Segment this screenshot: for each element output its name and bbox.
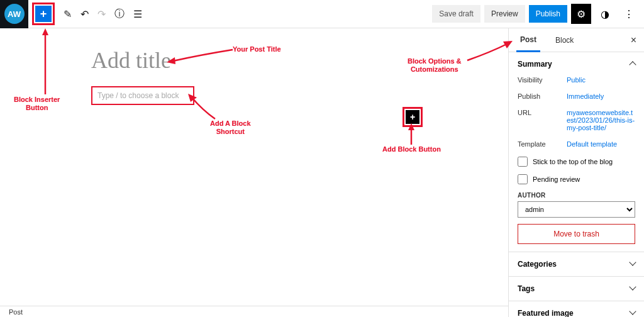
toolbar-actions: Save draft Preview Publish ⚙ ◑ ⋮ (432, 4, 644, 24)
block-inserter-button[interactable]: + (35, 6, 52, 22)
redo-icon[interactable]: ↷ (97, 8, 106, 20)
anno-title: Your Post Title (233, 45, 281, 53)
svg-marker-3 (408, 123, 414, 130)
url-value[interactable]: myawesomewebsite.test/2023/01/26/this-is… (567, 109, 635, 131)
author-select[interactable]: admin (518, 201, 635, 218)
svg-marker-1 (167, 57, 175, 64)
summary-title: Summary (518, 60, 552, 69)
chevron-down-icon (630, 260, 635, 269)
tags-panel: Tags (509, 277, 644, 301)
categories-title: Categories (518, 260, 557, 269)
summary-panel: Summary Visibility Public Publish Immedi… (509, 52, 644, 252)
summary-header[interactable]: Summary (509, 52, 644, 76)
visibility-value[interactable]: Public (567, 76, 635, 84)
block-placeholder[interactable]: Type / to choose a block (97, 91, 188, 100)
url-label: URL (518, 109, 567, 116)
logo-text: AW (4, 4, 25, 24)
stick-top-checkbox[interactable] (518, 157, 528, 167)
settings-sidebar: Post Block × Summary Visibility Public P… (508, 28, 644, 317)
template-label: Template (518, 140, 567, 148)
publish-label: Publish (518, 92, 567, 100)
edit-icon[interactable]: ✎ (64, 8, 72, 20)
anno-add-block: Add Block Button (382, 145, 441, 153)
breadcrumb: Post (0, 306, 508, 317)
arrow-icon (465, 40, 513, 64)
pending-review-checkbox[interactable] (518, 174, 528, 184)
block-inserter-highlight: + (32, 3, 55, 25)
settings-button[interactable]: ⚙ (571, 4, 591, 24)
categories-panel: Categories (509, 252, 644, 277)
outline-icon[interactable]: ☰ (133, 8, 142, 20)
anno-block-options: Block Options & Cutomizations (408, 57, 462, 73)
top-toolbar: AW + ✎ ↶ ↷ ⓘ ☰ Save draft Preview Publis… (0, 0, 644, 28)
chevron-up-icon (630, 60, 635, 69)
template-value[interactable]: Default template (567, 140, 635, 148)
block-shortcut-highlight: Type / to choose a block (91, 86, 194, 105)
pending-review-label: Pending review (533, 175, 580, 183)
visibility-label: Visibility (518, 76, 567, 84)
save-draft-button[interactable]: Save draft (432, 5, 480, 23)
author-label: AUTHOR (518, 192, 635, 199)
preview-button[interactable]: Preview (484, 5, 525, 23)
site-logo[interactable]: AW (0, 0, 28, 28)
sidebar-tabs: Post Block × (509, 28, 644, 52)
featured-image-title: Featured image (518, 309, 574, 317)
footer-text[interactable]: Post (9, 308, 23, 316)
tags-header[interactable]: Tags (509, 277, 644, 301)
featured-image-panel: Featured image (509, 301, 644, 317)
move-to-trash-button[interactable]: Move to trash (518, 224, 635, 244)
arrow-icon (167, 48, 233, 64)
chevron-down-icon (630, 284, 635, 293)
edit-tools: ✎ ↶ ↷ ⓘ ☰ (64, 8, 142, 21)
stick-top-label: Stick to the top of the blog (533, 158, 613, 165)
info-icon[interactable]: ⓘ (114, 8, 125, 21)
add-block-button[interactable]: + (406, 110, 419, 124)
more-options-icon[interactable]: ⋮ (619, 4, 639, 24)
arrow-icon (187, 92, 218, 121)
anno-block-inserter: Block Inserter Button (14, 96, 60, 111)
tags-title: Tags (518, 284, 535, 293)
close-icon[interactable]: × (631, 35, 636, 46)
publish-button[interactable]: Publish (529, 5, 567, 23)
tab-post[interactable]: Post (516, 29, 540, 52)
categories-header[interactable]: Categories (509, 252, 644, 276)
featured-image-header[interactable]: Featured image (509, 301, 644, 317)
anno-shortcut: Add A Block Shortcut (210, 120, 251, 135)
arrow-icon (408, 123, 415, 145)
svg-marker-0 (42, 28, 48, 35)
chevron-down-icon (630, 309, 635, 317)
undo-icon[interactable]: ↶ (80, 8, 89, 20)
tab-block[interactable]: Block (552, 28, 577, 52)
publish-value[interactable]: Immediately (567, 92, 635, 100)
arrow-icon (42, 28, 49, 94)
jetpack-icon[interactable]: ◑ (595, 4, 615, 24)
